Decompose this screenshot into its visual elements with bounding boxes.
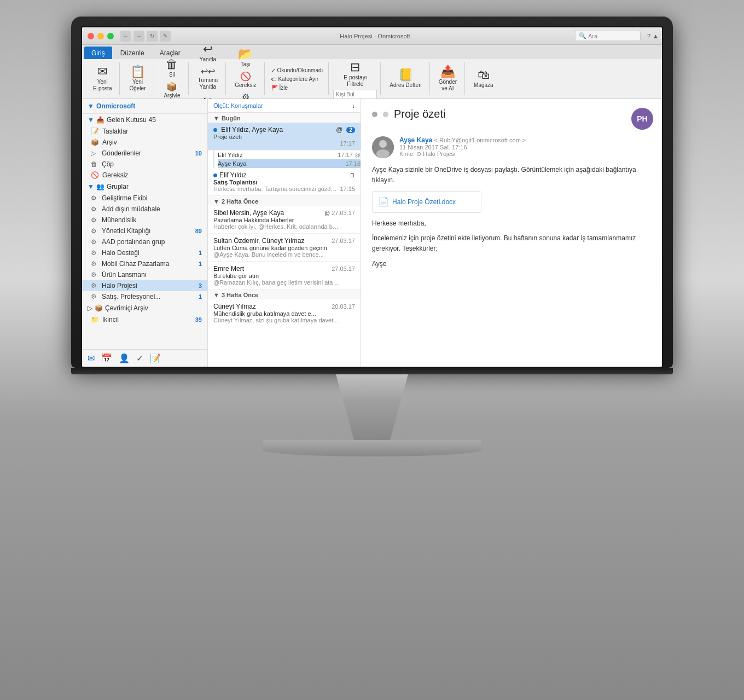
mail-nav-icon[interactable]: ✉: [88, 353, 95, 363]
email-list-header: Ölçüt: Konuşmalar ↓: [208, 99, 361, 113]
minimize-button[interactable]: [97, 33, 104, 39]
store-icon: 🛍: [478, 69, 490, 81]
reply-all-button[interactable]: ↩↩ TümünüYanıtla: [193, 65, 222, 92]
categorize-button[interactable]: 🏷 Kategorilere Ayır: [269, 75, 326, 83]
move-button[interactable]: 📂 Taşı: [233, 46, 259, 70]
email-body-shared-text: Ayşe Kaya sizinle bir OneDrive iş dosyas…: [372, 165, 653, 186]
sidebar-item-halo-destegi[interactable]: ⚙ Halo Desteği 1: [82, 247, 207, 258]
people-nav-icon[interactable]: 👤: [119, 353, 130, 363]
archive-label: Arşiv: [102, 138, 117, 146]
ikincil-icon: 📁: [91, 316, 99, 323]
email-preview-3: Haberler çok iyi. @Herkes. Krit. odaları…: [213, 223, 339, 230]
global-search-box[interactable]: 🔍 Ara: [575, 31, 641, 41]
chevron-icon: ▼: [88, 116, 94, 124]
email-item-6[interactable]: Cüneyt Yılmaz 20.03.17 Mühendislik gruba…: [208, 299, 361, 327]
aad-label: AAD portalından grup: [102, 238, 165, 246]
conv-sub-elif[interactable]: Elif Yıldız 17:17 @: [218, 151, 361, 159]
reply-button[interactable]: ↩ Yanıtla: [195, 41, 221, 65]
people-search-input[interactable]: [333, 90, 377, 99]
delete-label: Sil: [169, 72, 175, 78]
sidebar-item-trash[interactable]: 🗑 Çöp: [82, 159, 207, 170]
sidebar-item-archive[interactable]: 📦 Arşiv: [82, 137, 207, 148]
forward-button[interactable]: →: [133, 31, 144, 42]
sidebar-item-add-mudahale[interactable]: ⚙ Add dışın müdahale: [82, 204, 207, 215]
sidebar-item-gelistirme[interactable]: ⚙ Geliştirme Ekibi: [82, 193, 207, 204]
satis-icon: ⚙: [91, 293, 98, 300]
sidebar-item-yonetici[interactable]: ⚙ Yönetici Kitaplığı 89: [82, 225, 207, 236]
email-item-1[interactable]: Elif Yıldız, Ayşe Kaya @ 2 Proje özeti 1…: [208, 123, 361, 151]
sidebar-item-muhendislik[interactable]: ⚙ Mühendislik: [82, 215, 207, 225]
compose-button[interactable]: ✎: [160, 31, 171, 42]
sidebar-groups-header[interactable]: ▼ 👥 Gruplar: [82, 181, 207, 193]
send-ai-button[interactable]: 📤 Gönderve AI: [434, 63, 461, 94]
tab-duzenle[interactable]: Düzenle: [113, 47, 152, 59]
delete-icon: 🗑: [166, 59, 178, 71]
email-subject-6: Mühendislik gruba katılmaya davet e...: [213, 310, 355, 317]
search-placeholder: Ara: [588, 33, 597, 39]
read-unread-button[interactable]: ✓ Okundu/Okunmadı: [269, 66, 326, 74]
email-subject-1: Proje özeti: [213, 134, 355, 140]
close-button[interactable]: [88, 33, 94, 39]
sidebar-item-satis[interactable]: ⚙ Satış. Profesyonel... 1: [82, 291, 207, 302]
sidebar-item-sent[interactable]: ▷ Gönderilenler 10: [82, 148, 207, 159]
sort-label[interactable]: Ölçüt: Konuşmalar: [213, 102, 263, 109]
maximize-button[interactable]: [107, 33, 114, 39]
email-time-2: 17:15: [340, 186, 355, 192]
sidebar-item-mobil[interactable]: ⚙ Mobil Cihaz Pazarlama 1: [82, 258, 207, 269]
filter-icon: ⊟: [350, 61, 360, 73]
new-email-button[interactable]: ✉ YeniE-posta: [89, 63, 116, 94]
move-icon: 📂: [238, 48, 253, 60]
sidebar-inbox-header[interactable]: ▼ 📥 Gelen Kutusu 45: [82, 114, 207, 126]
refresh-button[interactable]: ↻: [147, 31, 158, 42]
yonetici-badge: 89: [195, 228, 202, 234]
sidebar-item-junk[interactable]: 🚫 Gereksiz: [82, 170, 207, 181]
attachment-link[interactable]: 📄 Halo Proje Özeti.docx: [372, 191, 481, 213]
sidebar-item-aad[interactable]: ⚙ AAD portalından grup: [82, 236, 207, 247]
conversation-sub-1: Elif Yıldız 17:17 @ Ayşe Kaya 17:16: [213, 151, 361, 168]
collapse-button[interactable]: ▲: [653, 33, 659, 39]
new-items-button[interactable]: 📋 YeniÖğeler: [124, 63, 150, 94]
mobil-icon: ⚙: [91, 260, 98, 268]
sidebar-item-drafts[interactable]: 📝 Taslaklar: [82, 126, 207, 137]
email-item-2[interactable]: Elif Yıldız 🗒 Satış Toplantısı Herkese m…: [208, 168, 361, 196]
calendar-nav-icon[interactable]: 📅: [101, 353, 112, 363]
tasks-nav-icon[interactable]: ✓: [136, 353, 143, 363]
sidebar-cevrimdisi-header[interactable]: ▷ 📦 Çevrimiçi Arşiv: [82, 302, 207, 314]
help-button[interactable]: ?: [647, 33, 650, 39]
email-item-5[interactable]: Emre Mert 27.03.17 Bu ekibe gör atın @Ra…: [208, 262, 361, 290]
urun-icon: ⚙: [91, 271, 98, 279]
junk-label: Gereksiz: [235, 82, 256, 89]
tab-gir[interactable]: Giriş: [84, 47, 112, 59]
email-sender-2: Elif Yıldız: [213, 171, 247, 179]
back-button[interactable]: ←: [120, 31, 131, 42]
junk-button[interactable]: 🚫 Gereksiz: [230, 70, 260, 91]
junk-folder-icon: 🚫: [91, 171, 99, 179]
gelistirme-label: Geliştirme Ekibi: [102, 194, 147, 202]
section-3w-chevron[interactable]: ▼: [213, 292, 219, 298]
delete-button[interactable]: 🗑 Sil: [159, 56, 185, 80]
aad-icon: ⚙: [91, 238, 98, 246]
email-item-3[interactable]: Sibel Mersin, Ayşe Kaya @ 27.03.17 Pazar…: [208, 206, 361, 234]
sidebar-item-halo-projesi[interactable]: ⚙ Halo Projesi 3: [82, 280, 207, 291]
section-today-chevron[interactable]: ▼: [213, 115, 219, 122]
sidebar-account[interactable]: ▼ Onmicrosoft: [82, 99, 207, 114]
conv-sub-ayse[interactable]: Ayşe Kaya 17:16: [218, 159, 361, 168]
filter-button[interactable]: ⊟ E-postayıFiltrele: [339, 59, 371, 90]
notes-nav-icon[interactable]: 📝: [150, 353, 161, 363]
ribbon: Giriş Düzenle Araçlar ✉ YeniE-posta �: [82, 45, 663, 99]
email-time-4: 27.03.17: [332, 238, 355, 244]
address-book-button[interactable]: 📒 Adres Defteri: [385, 67, 426, 91]
email-sender-1: Elif Yıldız, Ayşe Kaya: [213, 126, 283, 134]
archive-button[interactable]: 📦 Arşivle: [159, 80, 185, 101]
cevrimdisi-label: Çevrimiçi Arşiv: [105, 304, 148, 312]
new-email-label: YeniE-posta: [93, 79, 112, 92]
sidebar-item-urun[interactable]: ⚙ Ürün Lansmanı: [82, 269, 207, 280]
section-2weeks: ▼ 2 Hafta Önce: [208, 196, 361, 206]
section-today: ▼ Bugün: [208, 113, 361, 123]
store-button[interactable]: 🛍 Mağaza: [469, 67, 498, 91]
section-2w-chevron[interactable]: ▼: [213, 198, 219, 205]
followup-button[interactable]: 🚩 İzle: [269, 84, 326, 92]
email-item-4[interactable]: Sultan Özdemir, Cüneyt Yılmaz 27.03.17 L…: [208, 234, 361, 262]
sidebar-item-ikincil[interactable]: 📁 İkincil 39: [82, 314, 207, 325]
sort-direction-icon[interactable]: ↓: [352, 102, 356, 109]
